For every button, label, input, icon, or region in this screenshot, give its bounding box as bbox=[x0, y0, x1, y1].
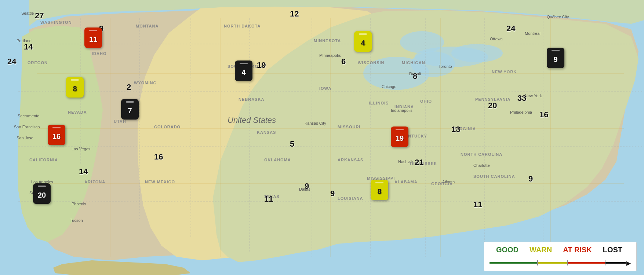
city-label-kansas-city: Kansas City bbox=[305, 121, 326, 125]
state-label-oregon: OREGON bbox=[28, 60, 48, 65]
legend-warn-label: WARN bbox=[530, 246, 552, 254]
city-label-chicago: Chicago bbox=[382, 84, 396, 89]
map-number-m27: 20 bbox=[488, 101, 497, 110]
svg-point-4 bbox=[451, 44, 503, 62]
map-number-m10: 14 bbox=[79, 167, 88, 176]
device-marker-value: 4 bbox=[241, 68, 245, 77]
device-marker-m16[interactable]: 4 bbox=[354, 31, 372, 52]
map-number-m25: 21 bbox=[415, 158, 423, 167]
city-label-phoenix: Phoenix bbox=[72, 202, 86, 206]
city-label-philadelphia: Philadelphia bbox=[510, 110, 532, 114]
device-marker-m6[interactable]: 8 bbox=[66, 77, 84, 98]
state-label-alabama: ALABAMA bbox=[394, 180, 418, 184]
state-label-colorado: COLORADO bbox=[154, 125, 181, 129]
state-label-california: CALIFORNIA bbox=[29, 158, 58, 162]
state-label-montana: MONTANA bbox=[136, 24, 159, 28]
state-label-wisconsin: WISCONSIN bbox=[358, 60, 385, 65]
city-label-charlotte: Charlotte bbox=[473, 163, 490, 168]
map-number-m26: 13 bbox=[451, 125, 460, 134]
map-container: SeattlePortlandSan FranciscoSan JoseSacr… bbox=[0, 0, 644, 275]
state-label-louisiana: LOUISIANA bbox=[338, 196, 363, 201]
device-marker-value: 8 bbox=[377, 187, 381, 196]
state-label-iowa: IOWA bbox=[319, 86, 331, 91]
state-label-new-mexico: NEW MEXICO bbox=[145, 180, 175, 184]
map-number-m4: 14 bbox=[24, 42, 33, 52]
legend: GOOD WARN AT RISK LOST bbox=[484, 242, 637, 271]
state-label-arizona: ARIZONA bbox=[84, 180, 105, 184]
device-marker-m9[interactable]: 16 bbox=[48, 125, 65, 145]
device-marker-value: 19 bbox=[396, 134, 404, 143]
device-marker-m11[interactable]: 20 bbox=[33, 183, 51, 204]
state-label-georgia: GEORGIA bbox=[431, 182, 453, 186]
map-number-m14: 19 bbox=[257, 60, 266, 70]
device-marker-value: 20 bbox=[38, 191, 46, 199]
device-marker-value: 4 bbox=[361, 39, 365, 47]
state-label-michigan: MICHIGAN bbox=[402, 60, 425, 65]
map-number-m21: 9 bbox=[330, 189, 335, 198]
map-number-m20: 11 bbox=[264, 194, 273, 204]
legend-good-label: GOOD bbox=[496, 246, 519, 254]
map-number-m17: 6 bbox=[341, 57, 346, 66]
state-label-south-carolina: SOUTH CAROLINA bbox=[473, 174, 515, 179]
city-label-las-vegas: Las Vegas bbox=[72, 147, 90, 151]
city-label-tucson: Tucson bbox=[70, 218, 83, 223]
city-label-québec-city: Québec City bbox=[547, 15, 569, 19]
city-label-toronto: Toronto bbox=[439, 64, 452, 69]
state-label-united-states: United States bbox=[228, 115, 276, 125]
city-label-montreal: Montreal bbox=[525, 31, 541, 36]
svg-point-5 bbox=[400, 31, 444, 53]
map-number-m12: 16 bbox=[154, 152, 163, 162]
state-label-washington: WASHINGTON bbox=[40, 20, 72, 25]
device-marker-value: 8 bbox=[73, 85, 77, 93]
device-marker-m8[interactable]: 7 bbox=[121, 99, 139, 120]
legend-atrisk-label: AT RISK bbox=[563, 246, 592, 254]
device-marker-m31[interactable]: 9 bbox=[547, 48, 564, 68]
device-marker-value: 11 bbox=[89, 35, 97, 44]
city-label-ottawa: Ottawa bbox=[490, 37, 503, 41]
state-label-arkansas: ARKANSAS bbox=[338, 158, 363, 162]
state-label-minnesota: MINNESOTA bbox=[314, 38, 341, 43]
map-number-m28: 33 bbox=[517, 94, 526, 103]
state-label-north-carolina: NORTH CAROLINA bbox=[461, 152, 502, 157]
device-marker-value: 16 bbox=[52, 132, 61, 141]
city-label-san-francisco: San Francisco bbox=[14, 125, 40, 129]
city-label-sacramento: Sacramento bbox=[18, 114, 39, 118]
state-label-new-york: NEW YORK bbox=[492, 70, 517, 74]
map-number-m7: 2 bbox=[127, 82, 131, 92]
state-label-nevada: NEVADA bbox=[68, 110, 87, 114]
city-label-minneapolis: Minneapolis bbox=[319, 53, 341, 58]
device-marker-value: 7 bbox=[128, 107, 132, 115]
state-label-missouri: MISSOURI bbox=[338, 125, 360, 129]
state-label-illinois: ILLINOIS bbox=[369, 101, 389, 105]
map-number-m19: 9 bbox=[305, 182, 309, 191]
state-label-indiana: INDIANA bbox=[394, 104, 414, 109]
state-label-idaho: IDAHO bbox=[92, 51, 106, 56]
device-marker-m24[interactable]: 8 bbox=[371, 180, 388, 200]
device-marker-value: 9 bbox=[553, 55, 557, 64]
state-label-oklahoma: OKLAHOMA bbox=[264, 158, 291, 162]
state-label-nebraska: NEBRASKA bbox=[239, 97, 264, 102]
legend-lost-label: LOST bbox=[603, 246, 622, 254]
state-label-wyoming: WYOMING bbox=[134, 81, 157, 85]
city-label-new-york: New York bbox=[525, 94, 542, 98]
state-label-north-dakota: NORTH DAKOTA bbox=[224, 24, 261, 28]
device-marker-m3[interactable]: 11 bbox=[84, 27, 102, 48]
map-number-m32: 9 bbox=[528, 174, 533, 184]
map-number-m30: 24 bbox=[506, 24, 515, 33]
map-number-m29: 16 bbox=[539, 110, 548, 120]
state-label-utah: UTAH bbox=[114, 119, 126, 124]
map-number-m5: 24 bbox=[7, 57, 16, 66]
map-number-m33: 11 bbox=[473, 200, 482, 209]
city-label-san-jose: San Jose bbox=[17, 136, 33, 140]
map-number-m18: 5 bbox=[290, 139, 294, 149]
map-number-m13: 12 bbox=[290, 9, 299, 19]
device-marker-m15[interactable]: 4 bbox=[235, 60, 252, 81]
device-marker-m23[interactable]: 19 bbox=[391, 126, 408, 147]
state-label-kansas: KANSAS bbox=[257, 130, 276, 135]
map-number-m1: 27 bbox=[35, 11, 44, 21]
state-label-ohio: OHIO bbox=[420, 99, 432, 103]
map-number-m22: 8 bbox=[413, 72, 417, 81]
city-label-seattle: Seattle bbox=[21, 11, 34, 15]
